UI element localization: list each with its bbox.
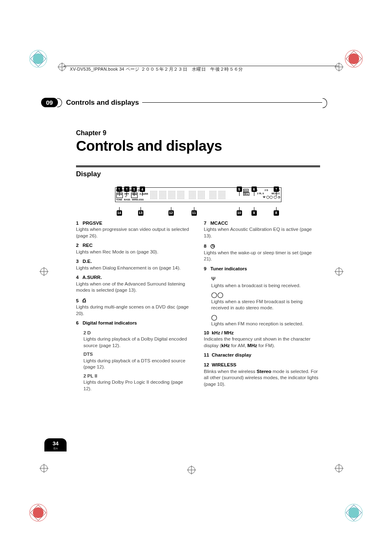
display-panel: PRGSVE REC D.E. PGM RPT -1 RDM A.SURR TO…: [115, 187, 281, 202]
heading-rule: [76, 166, 320, 168]
stereo-icon: ◯◯: [266, 196, 273, 198]
disp-pgm: PGM: [116, 193, 123, 198]
item-desc: Lights when progressive scan video outpu…: [76, 227, 189, 238]
reg-mark: [187, 465, 196, 474]
crop-rule: [64, 66, 339, 66]
sub-title: 2 D: [83, 330, 91, 335]
right-column: 7 MCACCLights when Acoustic Calibration …: [204, 220, 320, 395]
disp-wireless: WIRELESS: [132, 198, 144, 201]
callout-9: 9: [251, 210, 257, 216]
display-diagram: 1 2 3 4 5 6 7 PRGSVE REC D.E.: [115, 187, 281, 202]
description-columns: 1 PRGSVELights when progressive scan vid…: [76, 220, 320, 395]
section-header-title: Controls and displays: [66, 99, 139, 107]
sub-desc: Lights when FM mono reception is selecte…: [211, 321, 303, 326]
svg-point-7: [348, 507, 359, 518]
callout-8: 8: [274, 210, 279, 216]
item-desc: Lights when Rec Mode is on (page 30).: [76, 249, 158, 254]
reg-mark: [334, 267, 344, 276]
sub-desc: Lights during playback of a Dolby Digita…: [83, 336, 187, 348]
stereo-icon: ◯◯: [211, 292, 224, 298]
sub-title: DTS: [83, 352, 93, 357]
book-header-line: XV-DV535_IPPAN.book 34 ページ ２００５年２月２３日 水曜…: [70, 67, 243, 72]
callout-12: 12: [168, 210, 174, 216]
left-column: 1 PRGSVELights when progressive scan vid…: [76, 220, 192, 395]
corner-ornament: [344, 503, 363, 522]
corner-ornament: [29, 503, 48, 522]
corner-ornament: [29, 49, 48, 68]
item-desc: Lights when Dialog Enhancement is on (pa…: [76, 265, 180, 270]
reg-mark: [39, 267, 48, 276]
disp-prgsve: PRGSVE: [116, 189, 127, 192]
item-desc: Lights when one of the Advanced Surround…: [76, 281, 185, 293]
item-desc: Lights when Acoustic Calibration EQ is a…: [204, 227, 312, 238]
page-content: Chapter 9 Controls and displays Display …: [76, 129, 320, 394]
svg-point-5: [33, 507, 44, 518]
disp-bass: BASS: [124, 198, 130, 201]
callout-13: 13: [138, 210, 143, 216]
header-paren-icon: [57, 98, 62, 107]
disp-mcacc: MCACC: [272, 192, 280, 196]
disp-rec: REC: [130, 189, 136, 192]
section-title: Display: [76, 170, 320, 178]
sub-desc: Lights during Dolby Pro Logic II decodin…: [83, 380, 183, 391]
reg-mark: [39, 464, 48, 473]
svg-point-1: [33, 53, 44, 64]
reg-mark: [58, 62, 67, 71]
callout-11: 11: [191, 210, 197, 216]
antenna-icon: Ψ: [263, 196, 265, 198]
sub-desc: Lights during playback of a DTS encoded …: [83, 358, 185, 370]
page-number: 34: [53, 440, 58, 447]
disp-rpt: RPT -1: [125, 193, 129, 198]
character-display: [148, 189, 243, 201]
disp-khz: kHz: [243, 189, 249, 192]
mono-icon: ◯: [274, 196, 277, 198]
disp-de: D.E.: [138, 189, 143, 192]
section-header: 09 Controls and displays: [41, 98, 322, 107]
chapter-title: Controls and displays: [76, 138, 320, 154]
mono-icon: ◯: [211, 314, 217, 320]
corner-ornament: [344, 49, 363, 68]
disp-dts: DTS: [275, 189, 280, 192]
chapter-label: Chapter 9: [76, 129, 320, 137]
camera-icon: ⎙: [83, 297, 86, 304]
sub-title: 2 PL II: [83, 373, 97, 378]
antenna-icon: Ψ: [211, 276, 216, 282]
disp-2d: 2 D: [265, 189, 268, 192]
disp-asurr: A.SURR: [139, 193, 148, 198]
page-number-badge: 34 En: [44, 438, 67, 451]
section-number-badge: 09: [41, 98, 58, 107]
reg-mark: [334, 62, 344, 71]
callout-10: 10: [237, 210, 242, 216]
page-lang: En: [53, 447, 58, 450]
timer-icon: ◷: [278, 196, 280, 198]
callout-14: 14: [117, 210, 122, 216]
disp-tone: TONE: [116, 198, 122, 201]
clock-icon: ◷: [210, 243, 215, 249]
item-desc: Lights when the wake-up or sleep timer i…: [204, 250, 312, 262]
sub-desc: Lights when a stereo FM broadcast is bei…: [211, 299, 302, 311]
svg-point-3: [348, 53, 359, 64]
disp-2pl2: 2 PL II: [257, 192, 264, 196]
header-rule: [142, 102, 322, 103]
disp-rdm: RDM: [131, 193, 138, 198]
angle-icon: ⎙: [256, 189, 257, 192]
reg-mark: [334, 464, 344, 473]
disp-mhz: MHz: [243, 192, 249, 196]
sub-desc: Lights when a broadcast is being receive…: [211, 283, 300, 288]
item-desc: Lights during multi-angle scenes on a DV…: [76, 304, 189, 316]
